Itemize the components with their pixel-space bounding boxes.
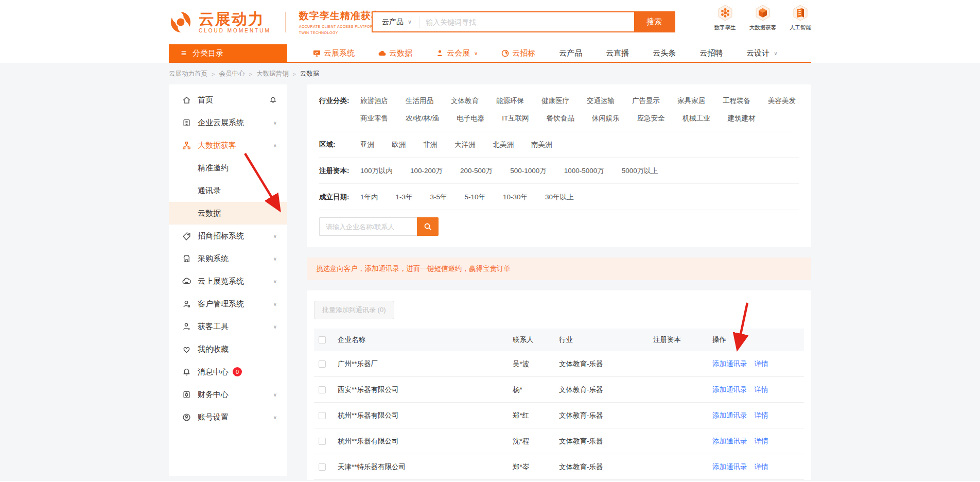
filter-option[interactable]: 5-10年 [465, 193, 486, 202]
sidebar-item-account-settings[interactable]: 账号设置 ∨ [169, 406, 287, 428]
filter-option[interactable]: 3-5年 [430, 193, 447, 202]
detail-link[interactable]: 详情 [755, 462, 768, 472]
filter-option[interactable]: 欧洲 [392, 140, 406, 149]
filter-option[interactable]: 北美洲 [493, 140, 514, 149]
chevron-down-icon: ∨ [774, 50, 777, 56]
sidebar-item-home[interactable]: 首页 [169, 89, 287, 111]
search-category-select[interactable]: 云产品 ∨ [373, 18, 419, 27]
sidebar-item-online-exhibition[interactable]: 云上展览系统 ∨ [169, 270, 287, 292]
chevron-down-icon: ∨ [273, 256, 277, 262]
filter-option[interactable]: 电子电器 [457, 114, 484, 123]
breadcrumb-home[interactable]: 云展动力首页 [169, 70, 207, 78]
filter-option[interactable]: 100万以内 [360, 166, 393, 176]
sidebar-item-bigdata-leads[interactable]: 大数据获客 ∧ [169, 134, 287, 157]
filter-option[interactable]: 5000万以上 [622, 166, 658, 176]
sidebar-item-enterprise-expo[interactable]: 企业云展系统 ∨ [169, 111, 287, 134]
sidebar-subitem-contacts[interactable]: 通讯录 [169, 179, 287, 202]
breadcrumb-bigdata-marketing[interactable]: 大数据营销 [256, 70, 289, 78]
company-search-input[interactable] [319, 217, 417, 236]
detail-link[interactable]: 详情 [755, 437, 768, 446]
nav-item-yun-live[interactable]: 云直播 [606, 48, 629, 58]
filter-option[interactable]: 文体教育 [451, 96, 479, 106]
select-all-checkbox[interactable] [319, 336, 326, 343]
logo[interactable]: 云展动力 CLOUD MOMENTUM 数字孪生精准获客平台 ACCURATE … [169, 9, 402, 35]
filter-option[interactable]: 商业零售 [360, 114, 388, 123]
sidebar-item-favorites[interactable]: 我的收藏 [169, 338, 287, 360]
sidebar-item-finance-center[interactable]: 财务中心 ∨ [169, 383, 287, 406]
filter-option[interactable]: 100-200万 [410, 166, 443, 176]
add-contact-link[interactable]: 添加通讯录 [712, 437, 747, 446]
nav-item-yun-expo[interactable]: 云会展 ∨ [436, 48, 478, 58]
filter-option[interactable]: 南美洲 [531, 140, 552, 149]
filter-option[interactable]: 工程装备 [723, 96, 750, 106]
filter-option[interactable]: 机械工业 [682, 114, 710, 123]
filter-option[interactable]: 亚洲 [360, 140, 374, 149]
filter-option[interactable]: 建筑建材 [728, 114, 756, 123]
column-header-action: 操作 [712, 335, 804, 345]
filter-option[interactable]: 农/牧/林/渔 [406, 114, 439, 123]
nav-item-yun-headline[interactable]: 云头条 [653, 48, 676, 58]
filter-option[interactable]: 1年内 [360, 193, 378, 202]
filter-option[interactable]: 家具家居 [677, 96, 705, 106]
row-checkbox[interactable] [319, 412, 326, 419]
row-checkbox[interactable] [319, 360, 326, 368]
breadcrumb-member-center[interactable]: 会员中心 [219, 70, 244, 78]
column-header-contact: 联系人 [513, 335, 559, 345]
add-contact-link[interactable]: 添加通讯录 [712, 411, 747, 420]
filter-option[interactable]: 广告显示 [632, 96, 660, 106]
filter-option[interactable]: 能源环保 [496, 96, 524, 106]
filter-option[interactable]: 旅游酒店 [360, 96, 388, 106]
sidebar-subitem-precise-invite[interactable]: 精准邀约 [169, 157, 287, 179]
detail-link[interactable]: 详情 [755, 359, 768, 369]
sidebar-subitem-cloud-data[interactable]: 云数据 [169, 202, 287, 225]
sidebar-item-investment-bidding[interactable]: 招商招标系统 ∨ [169, 225, 287, 247]
quicklink-digital-twin[interactable]: 数字孪生 [714, 4, 736, 31]
detail-link[interactable]: 详情 [755, 411, 768, 420]
filter-option[interactable]: 美容美发 [768, 96, 796, 106]
filter-row-capital: 注册资本: 100万以内 100-200万 200-500万 500-1000万… [319, 158, 799, 184]
keyword-search-input[interactable] [419, 12, 634, 31]
notification-bell-icon[interactable] [269, 96, 277, 104]
quicklink-big-data[interactable]: 大数据获客 [749, 4, 777, 31]
search-button[interactable]: 搜索 [634, 12, 674, 31]
sidebar-item-message-center[interactable]: 消息中心 0 [169, 360, 287, 383]
sidebar-item-lead-tools[interactable]: 获客工具 ∨ [169, 315, 287, 338]
nav-item-yun-product[interactable]: 云产品 [559, 48, 582, 58]
filter-option[interactable]: 健康医疗 [541, 96, 569, 106]
filter-option[interactable]: 1000-5000万 [564, 166, 604, 176]
filter-option[interactable]: 200-500万 [460, 166, 493, 176]
row-checkbox[interactable] [319, 386, 326, 393]
add-contact-link[interactable]: 添加通讯录 [712, 385, 747, 394]
filter-option[interactable]: 30年以上 [545, 193, 574, 202]
nav-item-label: 云数据 [389, 48, 412, 58]
nav-item-yunzhan-system[interactable]: 云展系统 [313, 48, 355, 58]
filter-option[interactable]: 交通运输 [587, 96, 615, 106]
filter-option[interactable]: IT互联网 [502, 114, 529, 123]
filter-option[interactable]: 500-1000万 [510, 166, 547, 176]
detail-link[interactable]: 详情 [755, 385, 768, 394]
company-search-button[interactable] [417, 217, 439, 236]
filter-option[interactable]: 休闲娱乐 [592, 114, 620, 123]
filter-option[interactable]: 大洋洲 [454, 140, 476, 149]
batch-add-contacts-button[interactable]: 批量添加到通讯录 (0) [314, 301, 394, 319]
filter-option[interactable]: 餐饮食品 [547, 114, 574, 123]
row-checkbox[interactable] [319, 463, 326, 471]
row-checkbox[interactable] [319, 438, 326, 445]
nav-item-yun-design[interactable]: 云设计 ∨ [746, 48, 777, 58]
add-contact-link[interactable]: 添加通讯录 [712, 359, 747, 369]
nav-item-yun-bidding[interactable]: 云招标 [501, 48, 535, 58]
filter-option[interactable]: 1-3年 [396, 193, 413, 202]
filter-option[interactable]: 非洲 [423, 140, 437, 149]
filter-option[interactable]: 应急安全 [637, 114, 665, 123]
catalog-menu-button[interactable]: ≡ 分类目录 [169, 44, 287, 62]
add-contact-link[interactable]: 添加通讯录 [712, 462, 747, 472]
filter-option[interactable]: 10-30年 [503, 193, 528, 202]
nav-item-yun-data[interactable]: 云数据 [378, 48, 412, 58]
sidebar-item-procurement[interactable]: 采购系统 ∨ [169, 247, 287, 270]
filter-option[interactable]: 生活用品 [406, 96, 433, 106]
nav-item-yun-recruit[interactable]: 云招聘 [699, 48, 723, 58]
quicklink-ai[interactable]: 人工智能 [790, 4, 811, 31]
big-data-cube-icon [754, 4, 772, 23]
sidebar-item-label: 客户管理系统 [198, 299, 273, 309]
sidebar-item-crm[interactable]: 客户管理系统 ∨ [169, 292, 287, 315]
